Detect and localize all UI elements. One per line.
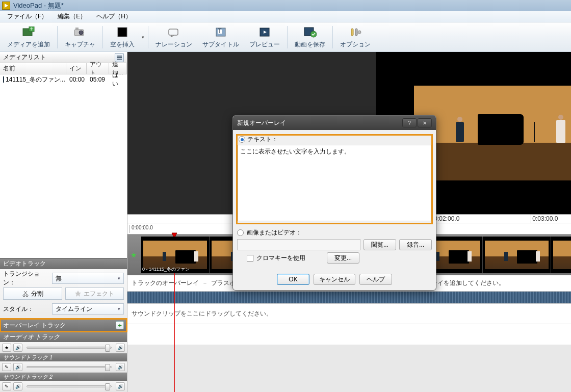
clip-thumbnail[interactable] [551, 237, 571, 273]
option-button[interactable]: オプション [335, 22, 376, 51]
video-track-panel: トランジション： 無 分割 エフェクト スタイル： タイムライン [0, 269, 127, 319]
scissors-icon [22, 290, 29, 297]
svg-rect-21 [117, 59, 122, 60]
capture-button[interactable]: キャプチャ [60, 22, 100, 51]
overlay-text-input[interactable] [238, 145, 431, 221]
save-video-button[interactable]: 動画を保存 [290, 22, 330, 51]
app-icon [2, 2, 10, 10]
menu-edit[interactable]: 編集（E） [53, 11, 91, 22]
star-icon [74, 290, 82, 297]
volume-slider[interactable] [27, 366, 112, 368]
option-icon [348, 25, 362, 39]
window-title: VideoPad - 無題* [13, 1, 64, 10]
split-button[interactable]: 分割 [3, 288, 62, 300]
file-path-field[interactable] [237, 239, 360, 250]
subtitle-icon: T [214, 25, 228, 39]
svg-rect-8 [169, 29, 178, 35]
help-dialog-button[interactable]: ヘルプ [359, 274, 392, 285]
video-file-icon [3, 76, 4, 83]
image-radio-label[interactable]: 画像またはビデオ： [247, 228, 302, 237]
svg-rect-17 [355, 29, 357, 36]
speaker-icon-btn[interactable]: 🔊 [116, 382, 125, 390]
lock-toggle[interactable]: ✎ [2, 382, 11, 390]
text-radio[interactable] [239, 136, 245, 143]
soundtrack-2-controls: ✎ 🔊 🔊 [0, 381, 127, 392]
add-media-button[interactable]: ＋ メディアを追加 [2, 22, 55, 51]
svg-point-23 [26, 295, 28, 297]
help-button[interactable]: ? [402, 118, 417, 127]
chroma-label[interactable]: クロマキーを使用 [256, 254, 324, 263]
transition-label: トランジション： [3, 270, 49, 287]
audio-track-controls: ★ 🔊 🔊 [0, 342, 127, 353]
image-radio[interactable] [237, 229, 244, 236]
soundtrack-1-controls: ✎ 🔊 🔊 [0, 361, 127, 373]
narration-button[interactable]: ナレーション [150, 22, 197, 51]
svg-marker-24 [75, 291, 81, 297]
speaker-toggle[interactable]: 🔊 [13, 382, 22, 390]
preview-icon [257, 25, 272, 39]
change-button[interactable]: 変更... [327, 252, 359, 264]
cancel-button[interactable]: キャンセル [314, 274, 355, 285]
new-overlay-dialog: 新規オーバーレイ ? ✕ テキスト： 画像またはビデオ： 閲覧... 録音...… [232, 115, 436, 291]
insert-blank-dropdown[interactable] [140, 22, 146, 51]
star-toggle[interactable]: ★ [2, 344, 11, 352]
text-radio-label[interactable]: テキスト： [247, 135, 278, 144]
svg-rect-16 [351, 29, 353, 36]
svg-text:T: T [218, 28, 222, 35]
col-name[interactable]: 名前 [0, 63, 66, 74]
menu-bar: ファイル（F） 編集（E） ヘルプ（H） [0, 11, 571, 22]
dialog-title-bar[interactable]: 新規オーバーレイ ? ✕ [233, 116, 436, 130]
svg-marker-0 [5, 4, 8, 8]
svg-point-18 [358, 31, 361, 34]
speaker-icon-btn[interactable]: 🔊 [116, 363, 125, 371]
soundtrack-1[interactable]: サウンドクリップをここにドラッグしてください。 [127, 304, 571, 324]
media-rows: 141115_冬のファン... 00:00 05:09 はい [0, 74, 127, 166]
clip-thumbnail[interactable]: 0 - 141115_冬のファン [141, 237, 210, 273]
chroma-checkbox[interactable] [247, 255, 253, 262]
menu-file[interactable]: ファイル（F） [2, 11, 53, 22]
svg-rect-7 [118, 28, 127, 37]
media-list-header: メディアリスト [0, 52, 127, 63]
speaker-icon-btn[interactable]: 🔊 [116, 344, 125, 352]
svg-point-5 [79, 31, 83, 35]
audio-track-header: オーディオ トラック [0, 332, 127, 342]
subtitle-button[interactable]: T サブタイトル [197, 22, 244, 51]
svg-rect-20 [117, 57, 122, 58]
svg-text:＋: ＋ [29, 27, 35, 32]
insert-blank-button[interactable]: 空を挿入 [105, 22, 140, 51]
col-out[interactable]: アウト [87, 63, 109, 74]
clip-thumbnail[interactable] [483, 237, 551, 273]
style-select[interactable]: タイムライン [52, 303, 124, 315]
svg-rect-19 [117, 56, 122, 57]
save-video-icon [303, 25, 317, 39]
add-media-icon: ＋ [21, 25, 36, 39]
speaker-toggle[interactable]: 🔊 [13, 363, 22, 371]
insert-blank-icon [115, 25, 129, 39]
narration-icon [167, 25, 181, 39]
overlay-track-header[interactable]: オーバーレイ トラック ＋ [0, 319, 127, 332]
record-button[interactable]: 録音... [399, 239, 432, 250]
media-row[interactable]: 141115_冬のファン... 00:00 05:09 はい [0, 74, 127, 85]
capture-icon [73, 25, 87, 39]
volume-slider[interactable] [27, 347, 112, 349]
speaker-toggle[interactable]: 🔊 [13, 344, 22, 352]
svg-point-22 [23, 295, 25, 297]
svg-rect-6 [75, 28, 79, 30]
menu-help[interactable]: ヘルプ（H） [91, 11, 137, 22]
effect-button[interactable]: エフェクト [65, 288, 124, 300]
preview-button[interactable]: プレビュー [244, 22, 285, 51]
close-button[interactable]: ✕ [418, 118, 432, 127]
soundtrack-2[interactable] [127, 324, 571, 345]
title-bar: VideoPad - 無題* [0, 0, 571, 11]
soundtrack-2-label: サウンドトラック 2 [0, 373, 127, 381]
add-overlay-button[interactable]: ＋ [116, 321, 124, 329]
track-star-icon: ★ [131, 251, 137, 259]
col-in[interactable]: イン [66, 63, 87, 74]
browse-button[interactable]: 閲覧... [364, 239, 396, 250]
volume-slider[interactable] [27, 385, 112, 387]
waveform [127, 292, 571, 303]
transition-select[interactable]: 無 [52, 273, 124, 284]
audio-track[interactable] [127, 292, 571, 304]
lock-toggle[interactable]: ✎ [2, 363, 11, 371]
ok-button[interactable]: OK [277, 274, 309, 285]
